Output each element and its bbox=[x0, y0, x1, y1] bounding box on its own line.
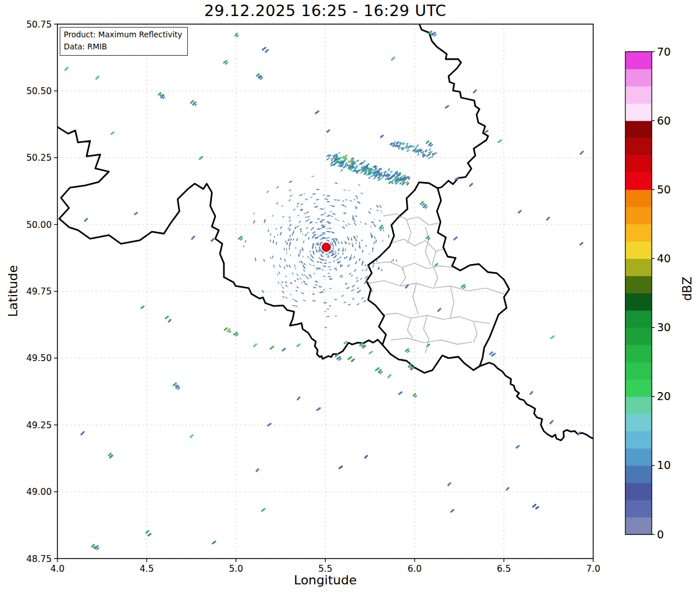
echo-blob bbox=[312, 176, 314, 177]
echo-blob bbox=[361, 171, 363, 173]
colorbar-segment bbox=[625, 276, 652, 293]
echo-blob bbox=[305, 220, 308, 222]
echo-blob bbox=[304, 300, 305, 301]
echo-blob bbox=[340, 257, 341, 258]
echo-blob bbox=[357, 160, 359, 161]
echo-blob bbox=[407, 144, 408, 145]
region-border bbox=[369, 281, 504, 294]
echo-blob bbox=[378, 257, 378, 258]
echo-blob bbox=[311, 197, 312, 197]
echo-blob bbox=[212, 541, 215, 544]
y-axis-label: Latitude bbox=[6, 265, 20, 317]
echo-blob bbox=[345, 206, 347, 207]
echo-blob bbox=[398, 176, 399, 176]
echo-blob bbox=[319, 258, 320, 259]
echo-blob bbox=[256, 258, 256, 261]
echo-blob bbox=[320, 249, 321, 250]
echo-blob bbox=[342, 157, 344, 158]
country-border bbox=[382, 345, 480, 373]
echo-blob bbox=[369, 170, 371, 172]
colorbar-ticks: 010203040506070 bbox=[652, 45, 671, 541]
echo-blob bbox=[323, 234, 325, 234]
echo-blob bbox=[343, 201, 344, 201]
echo-blob bbox=[407, 150, 408, 152]
echo-blob bbox=[470, 184, 472, 186]
echo-blob bbox=[332, 232, 334, 233]
echo-blob bbox=[330, 270, 331, 270]
echo-blob bbox=[400, 142, 401, 143]
echo-blob bbox=[327, 158, 329, 160]
echo-blob bbox=[270, 347, 273, 349]
echo-blob bbox=[290, 236, 291, 237]
echo-blob bbox=[303, 234, 303, 235]
echo-blob bbox=[348, 161, 349, 162]
echo-blob bbox=[342, 296, 343, 296]
radar-map: 4.04.55.05.56.06.57.048.7549.0049.2549.5… bbox=[0, 0, 700, 597]
echo-blob bbox=[402, 176, 403, 176]
echo-blob bbox=[365, 223, 366, 224]
echo-blob bbox=[285, 297, 287, 298]
echo-blob bbox=[376, 368, 378, 370]
echo-blob bbox=[429, 152, 430, 153]
echo-blob bbox=[365, 283, 365, 284]
colorbar-tick-label: 0 bbox=[657, 528, 664, 541]
echo-blob bbox=[195, 104, 196, 105]
echo-blob bbox=[305, 199, 308, 200]
colorbar-segment bbox=[625, 69, 652, 87]
echo-blob bbox=[434, 34, 436, 36]
echo-blob bbox=[292, 273, 293, 274]
echo-blob bbox=[322, 259, 323, 260]
y-tick-label: 48.75 bbox=[26, 554, 52, 564]
echo-blob bbox=[289, 229, 290, 231]
echo-blob bbox=[331, 162, 333, 164]
echo-blob bbox=[365, 277, 366, 278]
figure-root: 4.04.55.05.56.06.57.048.7549.0049.2549.5… bbox=[0, 0, 700, 597]
echo-blob bbox=[283, 297, 284, 298]
axis-ticks: 4.04.55.05.56.06.57.048.7549.0049.2549.5… bbox=[26, 20, 601, 575]
echo-blob bbox=[227, 329, 230, 331]
echo-blob bbox=[346, 284, 347, 284]
country-border bbox=[437, 188, 509, 366]
echo-blob bbox=[346, 162, 347, 165]
echo-blob bbox=[328, 223, 330, 223]
echo-blob bbox=[293, 239, 294, 240]
echo-blob bbox=[322, 253, 323, 254]
echo-blob bbox=[344, 160, 345, 162]
echo-blob bbox=[391, 171, 392, 172]
echo-blob bbox=[280, 232, 281, 235]
echo-blob bbox=[301, 209, 301, 210]
echo-blob bbox=[346, 200, 347, 200]
echo-blob bbox=[359, 242, 360, 245]
grid-layer bbox=[57, 24, 593, 559]
echo-blob bbox=[278, 282, 279, 284]
echo-blob bbox=[225, 328, 227, 330]
echo-blob bbox=[374, 170, 376, 171]
echo-blob bbox=[230, 331, 231, 332]
echo-blob bbox=[305, 234, 307, 236]
echo-blob bbox=[135, 213, 137, 215]
echo-blob bbox=[362, 270, 363, 271]
echo-blob bbox=[429, 157, 431, 158]
region-border bbox=[407, 220, 411, 243]
country-border bbox=[419, 24, 488, 188]
echo-blob bbox=[379, 370, 381, 373]
echo-blob bbox=[369, 177, 370, 179]
echo-blob bbox=[110, 456, 112, 458]
echo-blob bbox=[96, 76, 99, 79]
region-border bbox=[384, 214, 438, 226]
echo-blob bbox=[381, 269, 382, 270]
echo-blob bbox=[313, 301, 315, 301]
echo-blob bbox=[290, 224, 291, 226]
echo-blob bbox=[304, 241, 304, 243]
echo-blob bbox=[338, 220, 339, 221]
echo-blob bbox=[173, 383, 176, 385]
echo-blob bbox=[291, 282, 292, 284]
echo-blob bbox=[295, 268, 296, 269]
echo-blob bbox=[295, 281, 296, 282]
echo-blob bbox=[372, 291, 372, 292]
echo-blob bbox=[329, 262, 331, 263]
echo-blob bbox=[323, 238, 325, 239]
echo-blob bbox=[330, 243, 331, 245]
echo-blob bbox=[330, 279, 332, 280]
colorbar-segment bbox=[625, 103, 652, 121]
